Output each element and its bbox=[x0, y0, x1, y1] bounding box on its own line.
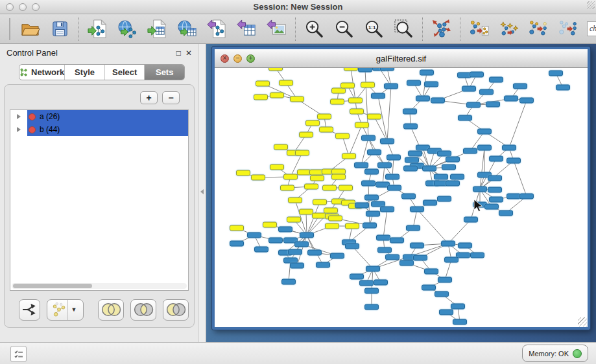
graph-node[interactable] bbox=[295, 242, 309, 247]
graph-node[interactable] bbox=[411, 243, 424, 248]
graph-node[interactable] bbox=[458, 73, 471, 78]
graph-node[interactable] bbox=[313, 213, 326, 218]
task-monitor-button[interactable] bbox=[10, 346, 27, 362]
graph-node[interactable] bbox=[252, 175, 265, 180]
intersection-button[interactable] bbox=[130, 299, 156, 321]
graph-node[interactable] bbox=[411, 207, 424, 212]
graph-node[interactable] bbox=[446, 181, 460, 186]
graph-node[interactable] bbox=[284, 258, 298, 263]
graph-node[interactable] bbox=[350, 274, 364, 279]
graph-node[interactable] bbox=[407, 80, 421, 85]
graph-node[interactable] bbox=[514, 84, 527, 89]
collapse-handle-icon[interactable] bbox=[200, 189, 204, 194]
graph-node[interactable] bbox=[435, 174, 448, 179]
difference-button[interactable] bbox=[163, 299, 189, 321]
import-network-file-button[interactable] bbox=[86, 17, 109, 41]
graph-node[interactable] bbox=[377, 235, 390, 240]
graph-node[interactable] bbox=[386, 174, 399, 179]
graph-node[interactable] bbox=[368, 114, 381, 119]
graph-node[interactable] bbox=[368, 150, 381, 155]
sets-list-hscrollbar[interactable] bbox=[12, 283, 187, 289]
graph-node[interactable] bbox=[318, 114, 331, 119]
graph-node[interactable] bbox=[326, 223, 339, 229]
graph-node[interactable] bbox=[332, 174, 346, 179]
import-table-url-button[interactable] bbox=[176, 17, 198, 41]
graph-node[interactable] bbox=[365, 169, 379, 174]
graph-node[interactable] bbox=[488, 176, 502, 181]
tab-network[interactable]: Network bbox=[19, 65, 65, 80]
graph-node[interactable] bbox=[499, 210, 513, 216]
graph-node[interactable] bbox=[331, 99, 344, 104]
graph-node[interactable] bbox=[355, 203, 369, 208]
select-first-neighbors-button[interactable] bbox=[497, 17, 520, 41]
graph-node[interactable] bbox=[386, 255, 399, 260]
graph-node[interactable] bbox=[323, 185, 337, 190]
graph-node[interactable] bbox=[378, 247, 392, 253]
graph-node[interactable] bbox=[381, 207, 394, 212]
memory-status-button[interactable]: Memory: OK bbox=[522, 345, 588, 362]
graph-node[interactable] bbox=[385, 84, 398, 89]
new-network-from-selection-button[interactable] bbox=[468, 17, 490, 41]
graph-node[interactable] bbox=[362, 135, 375, 141]
tab-select[interactable]: Select bbox=[105, 65, 145, 80]
split-pane-divider[interactable] bbox=[198, 44, 206, 342]
graph-node[interactable] bbox=[507, 158, 521, 163]
graph-node[interactable] bbox=[274, 144, 288, 150]
tab-sets[interactable]: Sets bbox=[145, 65, 184, 80]
graph-node[interactable] bbox=[237, 170, 250, 176]
graph-node[interactable] bbox=[505, 96, 518, 101]
graph-node[interactable] bbox=[287, 217, 301, 222]
zoom-selected-button[interactable] bbox=[392, 17, 415, 41]
graph-node[interactable] bbox=[298, 170, 311, 175]
graph-node[interactable] bbox=[431, 98, 445, 103]
graph-node[interactable] bbox=[289, 249, 302, 255]
graph-node[interactable] bbox=[403, 109, 417, 114]
union-button[interactable] bbox=[98, 299, 124, 321]
graph-node[interactable] bbox=[387, 155, 401, 160]
create-set-from-network-button[interactable]: ▼ bbox=[47, 299, 84, 321]
graph-node[interactable] bbox=[365, 288, 379, 293]
save-session-button[interactable] bbox=[49, 17, 71, 41]
graph-node[interactable] bbox=[478, 129, 492, 134]
export-image-button[interactable] bbox=[265, 17, 288, 41]
graph-node[interactable] bbox=[549, 71, 563, 76]
graph-node[interactable] bbox=[422, 285, 436, 290]
graph-node[interactable] bbox=[296, 150, 309, 155]
graph-node[interactable] bbox=[490, 197, 503, 202]
graph-node[interactable] bbox=[355, 163, 368, 168]
graph-node[interactable] bbox=[365, 304, 379, 310]
graph-node[interactable] bbox=[279, 227, 292, 232]
graph-node[interactable] bbox=[507, 194, 521, 199]
graph-node[interactable] bbox=[425, 82, 438, 87]
graph-node[interactable] bbox=[316, 262, 330, 267]
graph-node[interactable] bbox=[442, 165, 456, 170]
graph-node[interactable] bbox=[470, 72, 484, 77]
graph-node[interactable] bbox=[490, 156, 503, 161]
graph-node[interactable] bbox=[400, 260, 414, 266]
graph-node[interactable] bbox=[311, 176, 324, 181]
graph-node[interactable] bbox=[405, 157, 419, 163]
graph-node[interactable] bbox=[423, 200, 437, 205]
graph-node[interactable] bbox=[284, 174, 298, 179]
graph-node[interactable] bbox=[289, 198, 302, 203]
graph-node[interactable] bbox=[300, 209, 313, 214]
control-panel-close-button[interactable]: ✕ bbox=[185, 49, 192, 57]
graph-node[interactable] bbox=[457, 253, 470, 258]
graph-node[interactable] bbox=[339, 185, 353, 190]
graph-node[interactable] bbox=[331, 253, 344, 258]
graph-node[interactable] bbox=[407, 225, 420, 231]
graph-node[interactable] bbox=[445, 257, 459, 262]
graph-node[interactable] bbox=[280, 80, 293, 85]
import-network-url-button[interactable] bbox=[116, 17, 139, 41]
graph-node[interactable] bbox=[346, 223, 359, 229]
graph-node[interactable] bbox=[329, 216, 342, 221]
graph-node[interactable] bbox=[313, 199, 327, 205]
graph-node[interactable] bbox=[291, 97, 304, 102]
network-canvas[interactable] bbox=[215, 68, 588, 327]
graph-node[interactable] bbox=[402, 194, 416, 199]
graph-node[interactable] bbox=[442, 241, 455, 246]
graph-node[interactable] bbox=[332, 88, 346, 93]
graph-node[interactable] bbox=[362, 181, 375, 186]
graph-node[interactable] bbox=[438, 196, 451, 201]
graph-node[interactable] bbox=[404, 124, 418, 129]
